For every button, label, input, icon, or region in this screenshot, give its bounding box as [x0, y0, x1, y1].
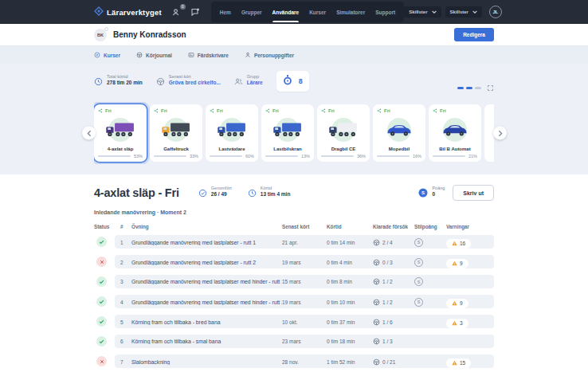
stat-kortid: Körtid 13 tim 4 min	[248, 186, 291, 201]
pager-bar[interactable]	[466, 87, 472, 89]
course-card[interactable]: Fri Mopedbil 16%	[373, 104, 425, 162]
exercise-name: Grundläggande manövrering med lastplatse…	[131, 279, 282, 284]
vehicle-image	[154, 113, 198, 147]
workspace-select-1[interactable]: Skillster	[404, 6, 441, 18]
message-plus-icon[interactable]	[190, 7, 200, 17]
style-points-badge: S	[414, 298, 423, 307]
last-driven: 21 apr.	[282, 240, 327, 245]
check-circle-icon	[198, 186, 207, 201]
status-pass-icon	[96, 316, 107, 327]
course-card[interactable]: Fri Bil B Automat 21%	[429, 104, 481, 162]
course-overview: Total körtid 278 tim 20 min Senast kört …	[0, 64, 588, 174]
tab-kurser[interactable]: Kurser	[94, 52, 120, 58]
table-row[interactable]: 4 Grundläggande manövrering med lastplat…	[94, 295, 494, 308]
table-row[interactable]: 5 Körning fram och tillbaka - bred bana …	[94, 315, 494, 328]
exercise-name: Körning fram och tillbaka - bred bana	[131, 319, 282, 325]
course-card[interactable]: Fri 4-axlat släp 53%	[94, 104, 147, 162]
attempts: 0 / 3	[373, 259, 414, 266]
nav-item-grupper[interactable]: Grupper	[241, 2, 262, 22]
app-title: Lärarverktyget	[107, 8, 162, 17]
tab-korjournal[interactable]: Körjournal	[136, 52, 172, 58]
vehicle-image	[377, 113, 421, 147]
steering-wheel-icon	[373, 319, 380, 326]
user-avatar[interactable]: JL	[489, 6, 502, 18]
course-progress: 13%	[265, 154, 310, 159]
course-name: Lastbilskran	[265, 147, 310, 151]
course-card[interactable]: Fri Lastbilskran 13%	[261, 104, 314, 162]
figure-eight-icon: 8	[299, 77, 303, 85]
course-card[interactable]: Fri Lastväxlare 60%	[206, 104, 258, 162]
last-driven: 10 okt.	[282, 319, 327, 325]
drive-time: 0 tim 8 min	[327, 279, 373, 284]
vehicle-image	[433, 113, 477, 147]
stat-senast-kort: Senast kört Gröva bred cirkelfo...	[156, 74, 221, 89]
steering-wheel-icon	[373, 338, 380, 345]
pager-bar[interactable]	[457, 87, 464, 89]
table-row[interactable]: 3 Grundläggande manövrering med lastplat…	[94, 275, 494, 288]
table-row[interactable]: 1 Grundläggande manövrering med lastplat…	[94, 235, 494, 249]
last-driven: 19 mars	[282, 300, 327, 305]
style-points: S	[414, 277, 446, 286]
course-title: 4-axlat släp - Fri	[94, 186, 179, 199]
chevron-left-icon	[87, 130, 92, 136]
nav-item-anvandare[interactable]: Användare	[272, 2, 300, 22]
progress-percent: 60%	[245, 154, 254, 159]
last-driven: 19 mars	[282, 260, 327, 265]
nav-item-support[interactable]: Support	[375, 2, 395, 22]
steering-wheel-icon	[373, 239, 380, 246]
expand-icon[interactable]	[487, 84, 494, 92]
progress-percent: 13%	[300, 154, 310, 159]
warning-triangle-icon	[452, 360, 457, 366]
carousel-next-button[interactable]	[493, 127, 507, 140]
edit-button[interactable]: Redigera	[454, 28, 494, 41]
nav-item-kurser[interactable]: Kurser	[309, 2, 326, 22]
carousel-prev-button[interactable]	[82, 127, 96, 140]
warning-triangle-icon	[452, 241, 457, 246]
notification-badge: 0	[180, 4, 186, 10]
status-pass-icon	[96, 336, 107, 347]
warnings: 15	[446, 354, 494, 369]
avatar-badge-dot	[104, 27, 108, 31]
status-pass-icon	[96, 237, 107, 247]
steering-wheel-icon	[136, 52, 143, 58]
last-driven: 15 mars	[282, 279, 327, 284]
add-user-icon[interactable]: 0	[172, 7, 182, 17]
nav-item-simulatorer[interactable]: Simulatorer	[336, 2, 365, 22]
course-card[interactable]: Fri Dragbil CE 36%	[317, 104, 370, 162]
pager-bar[interactable]	[475, 87, 481, 89]
status-fail-icon	[96, 257, 107, 267]
course-card[interactable]: Fri Gaffeltruck 33%	[150, 104, 202, 162]
tab-personuppgifter[interactable]: Personuppgifter	[245, 52, 294, 58]
course-name: Dragbil CE	[321, 147, 366, 151]
status-pass-icon	[96, 276, 107, 287]
print-button[interactable]: Skriv ut	[453, 185, 494, 201]
group-link[interactable]: Lärare	[247, 80, 263, 85]
moment-subtitle: Inledande manövrering · Moment 2	[94, 210, 494, 215]
student-name: Benny Konradsson	[113, 30, 186, 39]
person-icon	[245, 52, 251, 58]
exercise-name: Slalombackning	[131, 359, 282, 365]
warnings: 3	[446, 315, 494, 329]
drive-time: 0 tim 14 min	[327, 240, 373, 245]
status-pass-icon	[96, 296, 107, 307]
last-driven-link[interactable]: Gröva bred cirkelfo...	[169, 80, 221, 85]
attempts: 1 / 6	[373, 319, 414, 326]
vehicle-image	[265, 113, 310, 147]
simulator-card[interactable]: 8	[276, 71, 309, 92]
vehicle-image	[98, 113, 143, 147]
stat-grupp: Grupp Lärare	[234, 74, 263, 89]
nav-item-hem[interactable]: Hem	[220, 2, 231, 22]
tab-fardskrivare[interactable]: Färdskrivare	[188, 52, 229, 58]
table-header: Status # Övning Senast kört Körtid Klara…	[94, 221, 494, 235]
vehicle-image	[210, 113, 254, 147]
stat-total-kortid: Total körtid 278 tim 20 min	[94, 74, 143, 89]
table-row[interactable]: 6 Körning fram och tillbaka - smal bana …	[94, 335, 494, 348]
workspace-select-2[interactable]: Skillster	[445, 6, 482, 18]
table-row[interactable]: 2 Grundläggande manövrering med lastplat…	[94, 255, 494, 268]
table-row[interactable]: 7 Slalombackning 28 nov. 1 tim 52 min 0 …	[94, 354, 494, 368]
app-logo[interactable]: Lärarverktyget	[94, 5, 162, 19]
group-icon	[234, 75, 243, 89]
status-cell	[94, 276, 115, 287]
progress-percent: 36%	[356, 154, 366, 159]
exercise-name: Grundläggande manövrering med lastplatse…	[131, 300, 282, 305]
